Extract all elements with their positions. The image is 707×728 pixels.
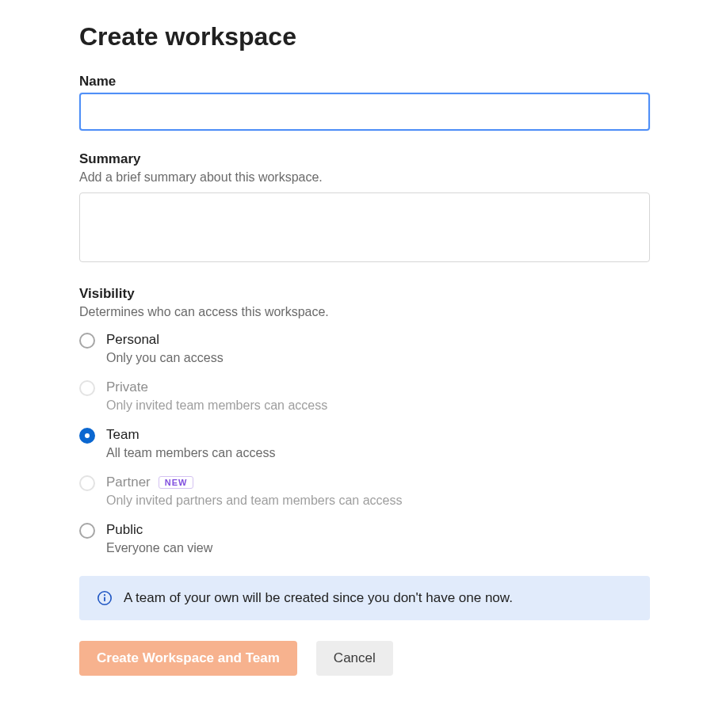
radio-desc-private: Only invited team members can access xyxy=(106,398,650,413)
summary-help: Add a brief summary about this workspace… xyxy=(79,170,650,185)
radio-control-public[interactable] xyxy=(79,523,95,539)
svg-point-1 xyxy=(104,594,105,596)
button-row: Create Workspace and Team Cancel xyxy=(79,641,650,676)
name-field-group: Name xyxy=(79,74,650,131)
radio-desc-public: Everyone can view xyxy=(106,541,650,555)
info-icon xyxy=(97,590,113,606)
radio-body-private: Private Only invited team members can ac… xyxy=(106,379,650,413)
radio-body-partner: Partner NEW Only invited partners and te… xyxy=(106,475,650,508)
radio-body-personal: Personal Only you can access xyxy=(106,332,650,365)
radio-personal[interactable]: Personal Only you can access xyxy=(79,332,650,365)
radio-public[interactable]: Public Everyone can view xyxy=(79,522,650,555)
radio-body-public: Public Everyone can view xyxy=(106,522,650,555)
summary-textarea[interactable] xyxy=(79,192,650,262)
create-workspace-button[interactable]: Create Workspace and Team xyxy=(79,641,297,676)
radio-desc-team: All team members can access xyxy=(106,446,650,460)
name-input[interactable] xyxy=(79,93,650,131)
radio-title-partner: Partner NEW xyxy=(106,475,650,490)
info-banner: A team of your own will be created since… xyxy=(79,576,650,620)
radio-control-partner xyxy=(79,475,95,491)
summary-label: Summary xyxy=(79,151,650,167)
radio-partner: Partner NEW Only invited partners and te… xyxy=(79,475,650,508)
new-badge: NEW xyxy=(159,476,194,489)
radio-team[interactable]: Team All team members can access xyxy=(79,427,650,460)
info-text: A team of your own will be created since… xyxy=(124,590,513,606)
radio-private: Private Only invited team members can ac… xyxy=(79,379,650,413)
visibility-label: Visibility xyxy=(79,286,650,302)
cancel-button[interactable]: Cancel xyxy=(316,641,393,676)
radio-title-partner-text: Partner xyxy=(106,475,151,490)
summary-field-group: Summary Add a brief summary about this w… xyxy=(79,151,650,265)
radio-title-private: Private xyxy=(106,379,650,395)
radio-desc-personal: Only you can access xyxy=(106,351,650,365)
radio-control-personal[interactable] xyxy=(79,333,95,349)
page-title: Create workspace xyxy=(79,22,650,51)
radio-control-team[interactable] xyxy=(79,428,95,444)
radio-body-team: Team All team members can access xyxy=(106,427,650,460)
visibility-field-group: Visibility Determines who can access thi… xyxy=(79,286,650,555)
svg-rect-2 xyxy=(104,597,105,602)
visibility-radio-list: Personal Only you can access Private Onl… xyxy=(79,332,650,555)
name-label: Name xyxy=(79,74,650,90)
radio-control-private xyxy=(79,380,95,396)
radio-title-personal: Personal xyxy=(106,332,650,348)
radio-title-team: Team xyxy=(106,427,650,443)
radio-desc-partner: Only invited partners and team members c… xyxy=(106,494,650,508)
radio-title-public: Public xyxy=(106,522,650,538)
visibility-help: Determines who can access this workspace… xyxy=(79,305,650,319)
